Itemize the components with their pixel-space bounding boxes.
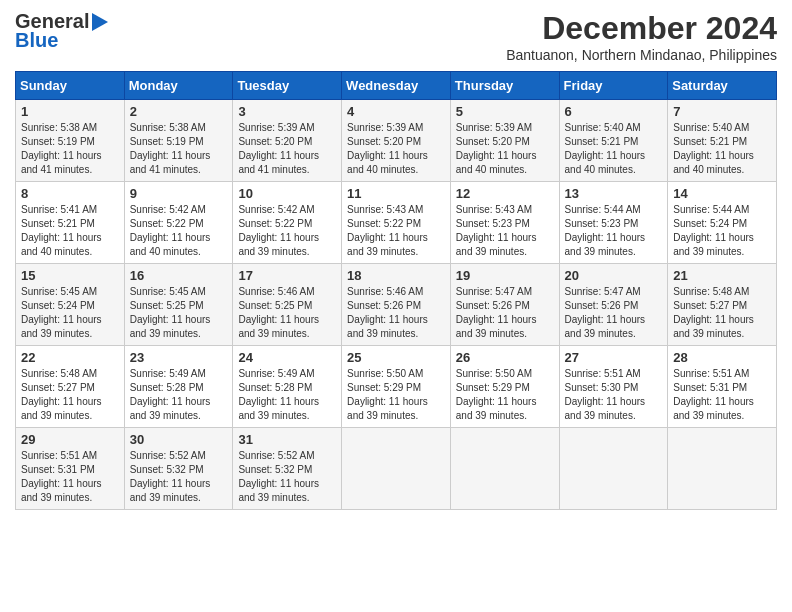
- day-info: Sunrise: 5:51 AM Sunset: 5:31 PM Dayligh…: [21, 449, 119, 505]
- day-info: Sunrise: 5:39 AM Sunset: 5:20 PM Dayligh…: [347, 121, 445, 177]
- month-title: December 2024: [506, 10, 777, 47]
- day-info: Sunrise: 5:42 AM Sunset: 5:22 PM Dayligh…: [130, 203, 228, 259]
- logo-blue: Blue: [15, 29, 58, 52]
- day-info: Sunrise: 5:52 AM Sunset: 5:32 PM Dayligh…: [130, 449, 228, 505]
- day-info: Sunrise: 5:39 AM Sunset: 5:20 PM Dayligh…: [238, 121, 336, 177]
- table-row: 16 Sunrise: 5:45 AM Sunset: 5:25 PM Dayl…: [124, 264, 233, 346]
- calendar-header-row: Sunday Monday Tuesday Wednesday Thursday…: [16, 72, 777, 100]
- calendar-week-row: 1 Sunrise: 5:38 AM Sunset: 5:19 PM Dayli…: [16, 100, 777, 182]
- day-info: Sunrise: 5:51 AM Sunset: 5:30 PM Dayligh…: [565, 367, 663, 423]
- day-info: Sunrise: 5:52 AM Sunset: 5:32 PM Dayligh…: [238, 449, 336, 505]
- table-row: 9 Sunrise: 5:42 AM Sunset: 5:22 PM Dayli…: [124, 182, 233, 264]
- day-number: 5: [456, 104, 554, 119]
- day-number: 15: [21, 268, 119, 283]
- day-info: Sunrise: 5:40 AM Sunset: 5:21 PM Dayligh…: [673, 121, 771, 177]
- table-row: 31 Sunrise: 5:52 AM Sunset: 5:32 PM Dayl…: [233, 428, 342, 510]
- day-number: 2: [130, 104, 228, 119]
- table-row: 22 Sunrise: 5:48 AM Sunset: 5:27 PM Dayl…: [16, 346, 125, 428]
- table-row: 25 Sunrise: 5:50 AM Sunset: 5:29 PM Dayl…: [342, 346, 451, 428]
- location-title: Bantuanon, Northern Mindanao, Philippine…: [506, 47, 777, 63]
- day-number: 14: [673, 186, 771, 201]
- table-row: 19 Sunrise: 5:47 AM Sunset: 5:26 PM Dayl…: [450, 264, 559, 346]
- day-info: Sunrise: 5:42 AM Sunset: 5:22 PM Dayligh…: [238, 203, 336, 259]
- calendar-table: Sunday Monday Tuesday Wednesday Thursday…: [15, 71, 777, 510]
- day-info: Sunrise: 5:41 AM Sunset: 5:21 PM Dayligh…: [21, 203, 119, 259]
- day-number: 25: [347, 350, 445, 365]
- table-row: 5 Sunrise: 5:39 AM Sunset: 5:20 PM Dayli…: [450, 100, 559, 182]
- col-tuesday: Tuesday: [233, 72, 342, 100]
- day-info: Sunrise: 5:38 AM Sunset: 5:19 PM Dayligh…: [21, 121, 119, 177]
- day-number: 1: [21, 104, 119, 119]
- table-row: 17 Sunrise: 5:46 AM Sunset: 5:25 PM Dayl…: [233, 264, 342, 346]
- day-info: Sunrise: 5:44 AM Sunset: 5:24 PM Dayligh…: [673, 203, 771, 259]
- day-number: 16: [130, 268, 228, 283]
- day-info: Sunrise: 5:46 AM Sunset: 5:26 PM Dayligh…: [347, 285, 445, 341]
- day-number: 12: [456, 186, 554, 201]
- empty-cell: [450, 428, 559, 510]
- col-saturday: Saturday: [668, 72, 777, 100]
- day-number: 18: [347, 268, 445, 283]
- title-block: December 2024 Bantuanon, Northern Mindan…: [506, 10, 777, 63]
- table-row: 27 Sunrise: 5:51 AM Sunset: 5:30 PM Dayl…: [559, 346, 668, 428]
- table-row: 26 Sunrise: 5:50 AM Sunset: 5:29 PM Dayl…: [450, 346, 559, 428]
- day-info: Sunrise: 5:51 AM Sunset: 5:31 PM Dayligh…: [673, 367, 771, 423]
- day-info: Sunrise: 5:46 AM Sunset: 5:25 PM Dayligh…: [238, 285, 336, 341]
- day-info: Sunrise: 5:45 AM Sunset: 5:25 PM Dayligh…: [130, 285, 228, 341]
- day-number: 27: [565, 350, 663, 365]
- day-number: 10: [238, 186, 336, 201]
- day-number: 21: [673, 268, 771, 283]
- day-info: Sunrise: 5:48 AM Sunset: 5:27 PM Dayligh…: [673, 285, 771, 341]
- day-number: 9: [130, 186, 228, 201]
- empty-cell: [559, 428, 668, 510]
- day-info: Sunrise: 5:43 AM Sunset: 5:23 PM Dayligh…: [456, 203, 554, 259]
- col-sunday: Sunday: [16, 72, 125, 100]
- calendar-week-row: 8 Sunrise: 5:41 AM Sunset: 5:21 PM Dayli…: [16, 182, 777, 264]
- table-row: 7 Sunrise: 5:40 AM Sunset: 5:21 PM Dayli…: [668, 100, 777, 182]
- col-friday: Friday: [559, 72, 668, 100]
- table-row: 8 Sunrise: 5:41 AM Sunset: 5:21 PM Dayli…: [16, 182, 125, 264]
- day-info: Sunrise: 5:45 AM Sunset: 5:24 PM Dayligh…: [21, 285, 119, 341]
- day-number: 26: [456, 350, 554, 365]
- table-row: 10 Sunrise: 5:42 AM Sunset: 5:22 PM Dayl…: [233, 182, 342, 264]
- day-number: 30: [130, 432, 228, 447]
- day-info: Sunrise: 5:43 AM Sunset: 5:22 PM Dayligh…: [347, 203, 445, 259]
- day-info: Sunrise: 5:47 AM Sunset: 5:26 PM Dayligh…: [456, 285, 554, 341]
- day-number: 19: [456, 268, 554, 283]
- table-row: 11 Sunrise: 5:43 AM Sunset: 5:22 PM Dayl…: [342, 182, 451, 264]
- calendar-week-row: 15 Sunrise: 5:45 AM Sunset: 5:24 PM Dayl…: [16, 264, 777, 346]
- day-number: 4: [347, 104, 445, 119]
- table-row: 24 Sunrise: 5:49 AM Sunset: 5:28 PM Dayl…: [233, 346, 342, 428]
- table-row: 1 Sunrise: 5:38 AM Sunset: 5:19 PM Dayli…: [16, 100, 125, 182]
- day-info: Sunrise: 5:44 AM Sunset: 5:23 PM Dayligh…: [565, 203, 663, 259]
- day-number: 8: [21, 186, 119, 201]
- logo: General Blue: [15, 10, 108, 52]
- empty-cell: [668, 428, 777, 510]
- table-row: 23 Sunrise: 5:49 AM Sunset: 5:28 PM Dayl…: [124, 346, 233, 428]
- table-row: 28 Sunrise: 5:51 AM Sunset: 5:31 PM Dayl…: [668, 346, 777, 428]
- calendar-week-row: 22 Sunrise: 5:48 AM Sunset: 5:27 PM Dayl…: [16, 346, 777, 428]
- col-wednesday: Wednesday: [342, 72, 451, 100]
- table-row: 14 Sunrise: 5:44 AM Sunset: 5:24 PM Dayl…: [668, 182, 777, 264]
- day-number: 22: [21, 350, 119, 365]
- day-number: 20: [565, 268, 663, 283]
- table-row: 6 Sunrise: 5:40 AM Sunset: 5:21 PM Dayli…: [559, 100, 668, 182]
- day-info: Sunrise: 5:49 AM Sunset: 5:28 PM Dayligh…: [238, 367, 336, 423]
- logo-arrow-icon: [92, 13, 108, 31]
- col-thursday: Thursday: [450, 72, 559, 100]
- table-row: 12 Sunrise: 5:43 AM Sunset: 5:23 PM Dayl…: [450, 182, 559, 264]
- day-number: 31: [238, 432, 336, 447]
- day-number: 24: [238, 350, 336, 365]
- day-number: 17: [238, 268, 336, 283]
- table-row: 4 Sunrise: 5:39 AM Sunset: 5:20 PM Dayli…: [342, 100, 451, 182]
- page-header: General Blue December 2024 Bantuanon, No…: [15, 10, 777, 63]
- day-info: Sunrise: 5:39 AM Sunset: 5:20 PM Dayligh…: [456, 121, 554, 177]
- table-row: 13 Sunrise: 5:44 AM Sunset: 5:23 PM Dayl…: [559, 182, 668, 264]
- table-row: 2 Sunrise: 5:38 AM Sunset: 5:19 PM Dayli…: [124, 100, 233, 182]
- day-number: 23: [130, 350, 228, 365]
- day-number: 11: [347, 186, 445, 201]
- table-row: 18 Sunrise: 5:46 AM Sunset: 5:26 PM Dayl…: [342, 264, 451, 346]
- day-number: 29: [21, 432, 119, 447]
- table-row: 15 Sunrise: 5:45 AM Sunset: 5:24 PM Dayl…: [16, 264, 125, 346]
- day-number: 28: [673, 350, 771, 365]
- day-number: 7: [673, 104, 771, 119]
